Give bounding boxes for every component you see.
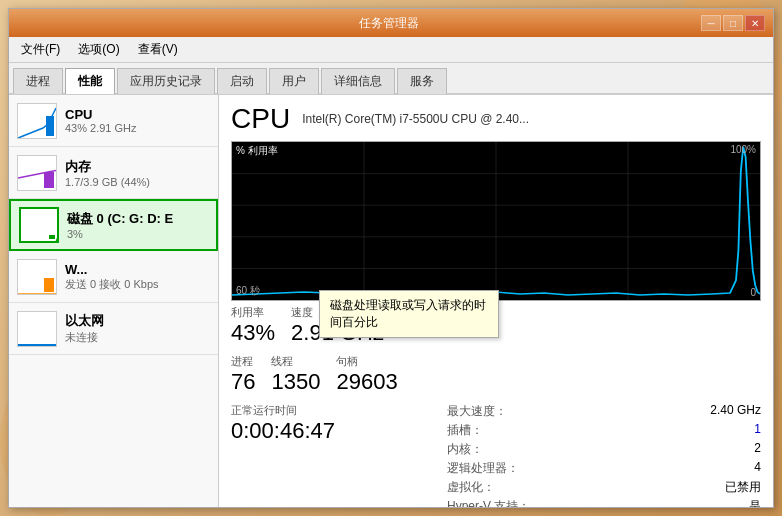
stat-process: 进程 76	[231, 354, 255, 395]
menu-options[interactable]: 选项(O)	[70, 39, 127, 60]
wifi-detail: 发送 0 接收 0 Kbps	[65, 277, 210, 292]
core-key: 内核：	[447, 441, 483, 458]
resource-list: CPU 43% 2.91 GHz 内存 1.7/3.9 GB (44%)	[9, 95, 219, 507]
task-manager-window: 任务管理器 ─ □ ✕ 文件(F) 选项(O) 查看(V) 进程 性能 应用历史…	[8, 8, 774, 508]
wifi-info: W... 发送 0 接收 0 Kbps	[65, 262, 210, 292]
max-speed-key: 最大速度：	[447, 403, 507, 420]
mem-thumbnail	[17, 155, 57, 191]
resource-item-memory[interactable]: 内存 1.7/3.9 GB (44%)	[9, 147, 218, 199]
svg-rect-0	[18, 104, 57, 139]
detail-panel: CPU Intel(R) Core(TM) i7-5500U CPU @ 2.4…	[219, 95, 773, 507]
svg-rect-2	[21, 209, 59, 243]
menu-view[interactable]: 查看(V)	[130, 39, 186, 60]
tab-bar: 进程 性能 应用历史记录 启动 用户 详细信息 服务	[9, 63, 773, 95]
thread-label: 线程	[271, 354, 320, 369]
info-logical: 逻辑处理器： 4	[447, 460, 761, 477]
tab-performance[interactable]: 性能	[65, 68, 115, 94]
utilization-value: 43%	[231, 320, 275, 346]
graph-y-label: % 利用率	[236, 144, 278, 158]
mem-name: 内存	[65, 158, 210, 176]
uptime-section: 正常运行时间 0:00:46:47	[231, 403, 431, 507]
stats-row-2: 进程 76 线程 1350 句柄 29603	[231, 354, 761, 395]
window-title: 任务管理器	[77, 15, 701, 32]
socket-val: 1	[754, 422, 761, 439]
hyperv-val: 是	[749, 498, 761, 507]
graph-y-min: 0	[750, 287, 756, 298]
eth-detail: 未连接	[65, 330, 210, 345]
tab-users[interactable]: 用户	[269, 68, 319, 94]
info-virt: 虚拟化： 已禁用	[447, 479, 761, 496]
hyperv-key: Hyper-V 支持：	[447, 498, 530, 507]
disk-thumbnail	[19, 207, 59, 243]
menu-file[interactable]: 文件(F)	[13, 39, 68, 60]
resource-item-wifi[interactable]: W... 发送 0 接收 0 Kbps	[9, 251, 218, 303]
mem-mini-graph	[18, 156, 57, 191]
socket-key: 插槽：	[447, 422, 483, 439]
disk-name: 磁盘 0 (C: G: D: E	[67, 210, 208, 228]
eth-mini-graph	[18, 312, 57, 347]
eth-info: 以太网 未连接	[65, 312, 210, 345]
cpu-graph-svg	[232, 142, 760, 300]
window-controls: ─ □ ✕	[701, 15, 765, 31]
detail-header: CPU Intel(R) Core(TM) i7-5500U CPU @ 2.4…	[231, 103, 761, 135]
stat-thread: 线程 1350	[271, 354, 320, 395]
cpu-detail: 43% 2.91 GHz	[65, 122, 210, 134]
handle-value: 29603	[336, 369, 397, 395]
svg-rect-3	[18, 260, 57, 295]
wifi-mini-graph	[18, 260, 57, 295]
wifi-name: W...	[65, 262, 210, 277]
wifi-thumbnail	[17, 259, 57, 295]
disk-detail: 3%	[67, 228, 208, 240]
info-max-speed: 最大速度： 2.40 GHz	[447, 403, 761, 420]
resource-item-disk[interactable]: 磁盘 0 (C: G: D: E 3%	[9, 199, 218, 251]
graph-y-max: 100%	[730, 144, 756, 155]
main-content: CPU 43% 2.91 GHz 内存 1.7/3.9 GB (44%)	[9, 95, 773, 507]
title-bar: 任务管理器 ─ □ ✕	[9, 9, 773, 37]
cpu-thumbnail	[17, 103, 57, 139]
disk-tooltip: 磁盘处理读取或写入请求的时间百分比	[319, 290, 499, 338]
stat-handle: 句柄 29603	[336, 354, 397, 395]
max-speed-val: 2.40 GHz	[710, 403, 761, 420]
detail-subtitle: Intel(R) Core(TM) i7-5500U CPU @ 2.40...	[302, 112, 529, 126]
stat-utilization: 利用率 43%	[231, 305, 275, 346]
logical-key: 逻辑处理器：	[447, 460, 519, 477]
logical-val: 4	[754, 460, 761, 477]
tooltip-text: 磁盘处理读取或写入请求的时间百分比	[330, 298, 486, 329]
maximize-button[interactable]: □	[723, 15, 743, 31]
core-val: 2	[754, 441, 761, 458]
tab-details[interactable]: 详细信息	[321, 68, 395, 94]
graph-x-label: 60 秒	[236, 284, 260, 298]
info-core: 内核： 2	[447, 441, 761, 458]
cpu-info: CPU 43% 2.91 GHz	[65, 107, 210, 134]
tab-app-history[interactable]: 应用历史记录	[117, 68, 215, 94]
utilization-label: 利用率	[231, 305, 275, 320]
tab-startup[interactable]: 启动	[217, 68, 267, 94]
process-value: 76	[231, 369, 255, 395]
resource-item-cpu[interactable]: CPU 43% 2.91 GHz	[9, 95, 218, 147]
process-label: 进程	[231, 354, 255, 369]
handle-label: 句柄	[336, 354, 397, 369]
detail-title: CPU	[231, 103, 290, 135]
cpu-mini-graph	[18, 104, 57, 139]
eth-name: 以太网	[65, 312, 210, 330]
mem-info: 内存 1.7/3.9 GB (44%)	[65, 158, 210, 188]
cpu-graph-container: % 利用率 100% 60 秒 0	[231, 141, 761, 301]
eth-thumbnail	[17, 311, 57, 347]
uptime-value: 0:00:46:47	[231, 418, 335, 443]
close-button[interactable]: ✕	[745, 15, 765, 31]
virt-key: 虚拟化：	[447, 479, 495, 496]
disk-info: 磁盘 0 (C: G: D: E 3%	[67, 210, 208, 240]
bottom-section: 正常运行时间 0:00:46:47 最大速度： 2.40 GHz 插槽： 1 内…	[231, 403, 761, 507]
uptime-label: 正常运行时间	[231, 404, 297, 416]
info-table: 最大速度： 2.40 GHz 插槽： 1 内核： 2 逻辑处理器： 4	[447, 403, 761, 507]
minimize-button[interactable]: ─	[701, 15, 721, 31]
cpu-name: CPU	[65, 107, 210, 122]
resource-item-ethernet[interactable]: 以太网 未连接	[9, 303, 218, 355]
tab-services[interactable]: 服务	[397, 68, 447, 94]
thread-value: 1350	[271, 369, 320, 395]
disk-mini-graph	[21, 209, 59, 243]
virt-val: 已禁用	[725, 479, 761, 496]
tab-process[interactable]: 进程	[13, 68, 63, 94]
svg-rect-4	[18, 312, 57, 347]
info-socket: 插槽： 1	[447, 422, 761, 439]
